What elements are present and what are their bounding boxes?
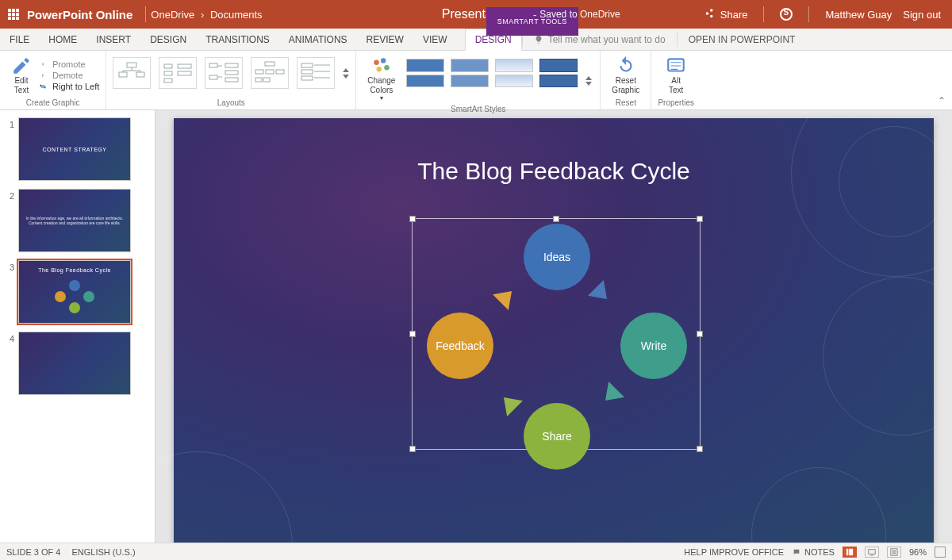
tab-home[interactable]: HOME xyxy=(39,29,86,50)
svg-rect-8 xyxy=(209,63,217,67)
palette-icon xyxy=(371,56,392,76)
language-indicator[interactable]: ENGLISH (U.S.) xyxy=(71,547,135,557)
slide-position[interactable]: SLIDE 3 OF 4 xyxy=(6,547,60,557)
layout-option-3[interactable] xyxy=(205,57,243,89)
slide-canvas[interactable]: The Blog Feedback Cycle Ideas Write Shar… xyxy=(174,118,934,543)
promote-button[interactable]: Promote xyxy=(38,59,99,70)
resize-handle[interactable] xyxy=(697,216,703,222)
style-option-1[interactable] xyxy=(406,59,444,87)
slide-canvas-area[interactable]: The Blog Feedback Cycle Ideas Write Shar… xyxy=(155,110,952,543)
svg-rect-32 xyxy=(869,549,875,554)
tab-file[interactable]: FILE xyxy=(0,29,39,50)
slide-thumbnail-2[interactable]: In the information age, we are all infor… xyxy=(19,190,130,251)
dash: - xyxy=(533,9,536,21)
svg-rect-2 xyxy=(136,72,144,77)
demote-button[interactable]: Demote xyxy=(38,70,99,81)
reset-graphic-button[interactable]: Reset Graphic xyxy=(607,54,644,97)
tab-design[interactable]: DESIGN xyxy=(140,29,196,50)
styles-gallery xyxy=(406,54,593,103)
svg-rect-21 xyxy=(301,76,313,80)
lightbulb-icon xyxy=(534,35,543,44)
status-bar: SLIDE 3 OF 4 ENGLISH (U.S.) HELP IMPROVE… xyxy=(0,543,952,560)
cycle-node-write[interactable]: Write xyxy=(620,313,687,379)
svg-rect-9 xyxy=(209,75,217,79)
skype-icon[interactable] xyxy=(780,8,793,21)
thumb-title: The Blog Feedback Cycle xyxy=(38,267,111,273)
layout-option-5[interactable] xyxy=(297,57,335,89)
sign-out-link[interactable]: Sign out xyxy=(903,9,941,21)
tab-review[interactable]: REVIEW xyxy=(357,29,413,50)
open-in-powerpoint[interactable]: OPEN IN POWERPOINT xyxy=(678,29,807,50)
reading-view-icon xyxy=(890,548,898,556)
slide-thumbnail-3[interactable]: The Blog Feedback Cycle xyxy=(19,261,130,323)
cycle-node-feedback[interactable]: Feedback xyxy=(427,313,493,379)
share-button[interactable]: Share xyxy=(704,8,748,21)
alt-text-label: Alt Text xyxy=(669,76,683,94)
zoom-level[interactable]: 96% xyxy=(909,547,927,557)
smartart-selection-box[interactable]: Ideas Write Share Feedback xyxy=(412,218,701,450)
resize-handle[interactable] xyxy=(409,331,416,337)
cycle-node-share[interactable]: Share xyxy=(524,403,590,470)
view-reading-button[interactable] xyxy=(887,547,901,558)
slide-thumbnail-1[interactable]: CONTENT STRATEGY xyxy=(19,118,130,180)
svg-rect-5 xyxy=(164,79,172,82)
resize-handle[interactable] xyxy=(697,331,703,337)
svg-rect-7 xyxy=(178,71,191,75)
style-option-4[interactable] xyxy=(539,59,578,87)
zoom-to-fit-button[interactable] xyxy=(935,547,946,558)
change-colors-button[interactable]: Change Colors▾ xyxy=(363,54,400,103)
right-to-left-button[interactable]: Right to Left xyxy=(38,81,99,92)
group-label-layouts: Layouts xyxy=(113,97,349,109)
workspace: 1 CONTENT STRATEGY 2 In the information … xyxy=(0,110,952,543)
slide-number: 2 xyxy=(6,190,14,201)
layout-option-2[interactable] xyxy=(159,57,197,89)
svg-rect-4 xyxy=(164,71,172,75)
arrow-right-icon xyxy=(38,71,48,80)
arrow-left-icon xyxy=(38,59,48,69)
breadcrumb[interactable]: OneDrive › Documents xyxy=(151,9,262,21)
breadcrumb-root[interactable]: OneDrive xyxy=(151,9,194,21)
resize-handle[interactable] xyxy=(553,216,559,222)
user-name[interactable]: Matthew Guay xyxy=(825,9,892,21)
layout-option-1[interactable] xyxy=(113,57,151,89)
notes-icon xyxy=(792,548,801,556)
alt-text-button[interactable]: Alt Text xyxy=(658,54,694,97)
divider xyxy=(145,6,146,22)
layout-option-4[interactable] xyxy=(251,57,289,89)
style-option-2[interactable] xyxy=(451,59,489,87)
svg-point-26 xyxy=(381,58,386,63)
view-slideshow-button[interactable] xyxy=(865,547,879,558)
app-launcher-icon[interactable] xyxy=(8,9,19,20)
svg-rect-6 xyxy=(178,64,191,68)
layouts-more-button[interactable] xyxy=(343,57,349,89)
resize-handle[interactable] xyxy=(409,216,416,222)
thumb-cycle-graphic xyxy=(55,280,94,312)
cycle-node-ideas[interactable]: Ideas xyxy=(524,224,590,290)
edit-text-label: Edit Text xyxy=(14,76,29,94)
notes-button[interactable]: NOTES xyxy=(792,547,835,557)
resize-handle[interactable] xyxy=(409,446,416,452)
title-bar: PowerPoint Online OneDrive › Documents S… xyxy=(0,0,952,29)
slide-title[interactable]: The Blog Feedback Cycle xyxy=(174,158,934,185)
view-normal-button[interactable] xyxy=(843,547,857,558)
tab-animations[interactable]: ANIMATIONS xyxy=(279,29,357,50)
notes-label: NOTES xyxy=(804,547,835,557)
collapse-ribbon-icon[interactable]: ⌃ xyxy=(938,95,946,106)
slide-thumbnail-4[interactable] xyxy=(19,332,130,394)
cycle-arrow-icon xyxy=(588,280,615,307)
help-improve-link[interactable]: HELP IMPROVE OFFICE xyxy=(684,547,784,557)
styles-more-button[interactable] xyxy=(584,59,593,103)
svg-rect-14 xyxy=(255,70,263,74)
divider xyxy=(763,6,764,22)
tab-insert[interactable]: INSERT xyxy=(86,29,140,50)
tab-transitions[interactable]: TRANSITIONS xyxy=(196,29,279,50)
slide-thumbnails-panel[interactable]: 1 CONTENT STRATEGY 2 In the information … xyxy=(0,110,155,543)
edit-text-button[interactable]: Edit Text xyxy=(6,54,36,97)
breadcrumb-folder[interactable]: Documents xyxy=(210,9,263,21)
resize-handle[interactable] xyxy=(697,446,703,452)
tab-view[interactable]: VIEW xyxy=(413,29,457,50)
style-option-3[interactable] xyxy=(495,59,533,87)
titlebar-right: Share Matthew Guay Sign out xyxy=(704,6,952,22)
slideshow-icon xyxy=(868,548,876,556)
group-smartart-styles: Change Colors▾ SmartArt Styles xyxy=(356,51,601,109)
